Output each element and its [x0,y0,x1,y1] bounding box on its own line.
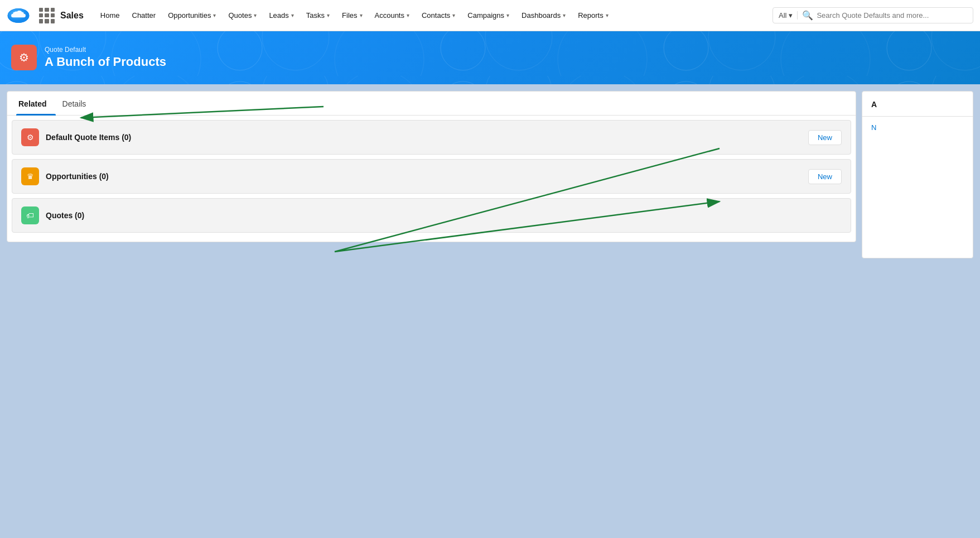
page-header-text: Quote Default A Bunch of Products [45,46,166,69]
record-type-label: Quote Default [45,46,166,54]
chevron-down-icon: ▾ [506,12,509,18]
gear-icon: ⚙ [27,133,34,142]
nav-item-files[interactable]: Files ▾ [336,0,368,31]
tab-related[interactable]: Related [16,92,56,115]
search-bar: All ▾ 🔍 [773,7,973,23]
crown-icon: ♛ [27,172,34,181]
opportunities-icon: ♛ [21,167,39,185]
chevron-down-icon: ▾ [789,11,793,20]
main-content: Related Details ⚙ Default Quote Items (0… [0,84,980,265]
quotes-icon: 🏷 [21,206,39,224]
right-panel-new-button[interactable]: N [871,123,876,132]
right-panel-header: A [862,92,973,117]
default-quote-items-icon: ⚙ [21,128,39,146]
chevron-down-icon: ▾ [606,12,609,18]
left-panel: Related Details ⚙ Default Quote Items (0… [7,91,856,242]
chevron-down-icon: ▾ [327,12,330,18]
section-opportunities: ♛ Opportunities (0) New [12,159,851,194]
salesforce-logo[interactable] [7,7,30,24]
tab-details[interactable]: Details [60,92,95,115]
nav-item-chatter[interactable]: Chatter [127,0,162,31]
chevron-down-icon: ▾ [360,12,363,18]
nav-item-opportunities[interactable]: Opportunities ▾ [162,0,221,31]
chevron-down-icon: ▾ [213,12,216,18]
tab-bar: Related Details [7,92,856,116]
nav-item-campaigns[interactable]: Campaigns ▾ [462,0,515,31]
search-input[interactable] [817,11,967,20]
tag-icon: 🏷 [26,211,34,220]
app-launcher-icon[interactable] [39,8,55,23]
search-icon: 🔍 [802,10,813,21]
section-default-quote-items: ⚙ Default Quote Items (0) New [12,120,851,155]
page-title: A Bunch of Products [45,55,166,69]
nav-item-quotes[interactable]: Quotes ▾ [223,0,262,31]
default-quote-items-label: Default Quote Items (0) [46,133,808,142]
nav-item-accounts[interactable]: Accounts ▾ [369,0,415,31]
quotes-label: Quotes (0) [46,211,842,220]
right-panel-title: A [871,100,877,109]
nav-item-tasks[interactable]: Tasks ▾ [301,0,335,31]
chevron-down-icon: ▾ [254,12,257,18]
right-panel-new: N [862,117,973,138]
nav-item-leads[interactable]: Leads ▾ [263,0,299,31]
section-quotes: 🏷 Quotes (0) [12,198,851,233]
chevron-down-icon: ▾ [452,12,455,18]
page-header: ⚙ Quote Default A Bunch of Products [0,31,980,84]
chevron-down-icon: ▾ [291,12,294,18]
gear-icon: ⚙ [19,51,29,64]
record-icon: ⚙ [11,45,37,70]
nav-item-home[interactable]: Home [95,0,125,31]
opportunities-new-button[interactable]: New [808,169,842,184]
nav-item-contacts[interactable]: Contacts ▾ [416,0,461,31]
opportunities-label: Opportunities (0) [46,172,808,181]
chevron-down-icon: ▾ [563,12,566,18]
chevron-down-icon: ▾ [407,12,409,18]
top-navigation: Sales Home Chatter Opportunities ▾ Quote… [0,0,980,31]
search-scope-dropdown[interactable]: All ▾ [779,11,798,20]
right-panel: A N [862,91,973,258]
related-section-list: ⚙ Default Quote Items (0) New ♛ Opportun… [7,116,856,242]
nav-item-reports[interactable]: Reports ▾ [572,0,614,31]
nav-item-dashboards[interactable]: Dashboards ▾ [516,0,571,31]
main-nav: Home Chatter Opportunities ▾ Quotes ▾ Le… [95,0,773,31]
app-name: Sales [60,11,84,21]
default-quote-items-new-button[interactable]: New [808,130,842,145]
